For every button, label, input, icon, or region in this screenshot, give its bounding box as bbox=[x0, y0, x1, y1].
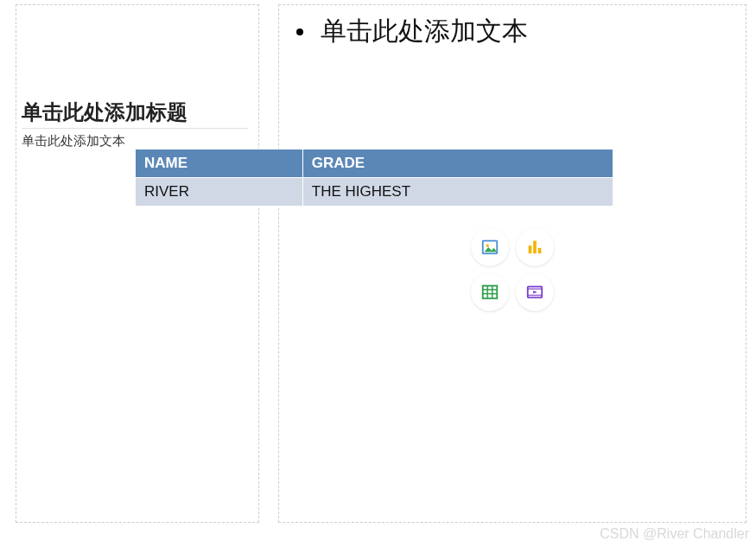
table-cell[interactable]: RIVER bbox=[136, 178, 303, 207]
svg-rect-3 bbox=[533, 241, 537, 254]
table-row[interactable]: RIVER THE HIGHEST bbox=[136, 178, 613, 207]
insert-picture-button[interactable] bbox=[471, 228, 509, 266]
chart-icon bbox=[525, 238, 544, 257]
table-icon bbox=[480, 283, 499, 302]
divider bbox=[22, 128, 248, 129]
svg-rect-4 bbox=[538, 248, 542, 253]
table-header-cell[interactable]: NAME bbox=[136, 149, 303, 178]
svg-point-1 bbox=[486, 245, 489, 247]
data-table[interactable]: NAME GRADE RIVER THE HIGHEST bbox=[135, 149, 613, 207]
text-placeholder[interactable]: 单击此处添加文本 bbox=[22, 133, 125, 149]
bullet-item[interactable]: 单击此处添加文本 bbox=[296, 14, 528, 49]
picture-icon bbox=[480, 238, 499, 257]
table-header-cell[interactable]: GRADE bbox=[302, 149, 613, 178]
bullet-text-placeholder[interactable]: 单击此处添加文本 bbox=[321, 14, 528, 49]
watermark: CSDN @River Chandler bbox=[600, 526, 749, 542]
insert-video-button[interactable] bbox=[516, 273, 554, 311]
insert-content-grid bbox=[471, 228, 556, 313]
left-panel[interactable]: 单击此处添加标题 单击此处添加文本 bbox=[16, 4, 259, 523]
table-header-row: NAME GRADE bbox=[136, 149, 613, 178]
bullet-icon bbox=[296, 29, 303, 35]
table-cell[interactable]: THE HIGHEST bbox=[302, 178, 613, 207]
insert-chart-button[interactable] bbox=[516, 228, 554, 266]
svg-rect-5 bbox=[483, 286, 498, 299]
insert-table-button[interactable] bbox=[471, 273, 509, 311]
video-icon bbox=[525, 283, 544, 302]
svg-rect-2 bbox=[529, 245, 532, 253]
title-placeholder[interactable]: 单击此处添加标题 bbox=[22, 99, 187, 126]
